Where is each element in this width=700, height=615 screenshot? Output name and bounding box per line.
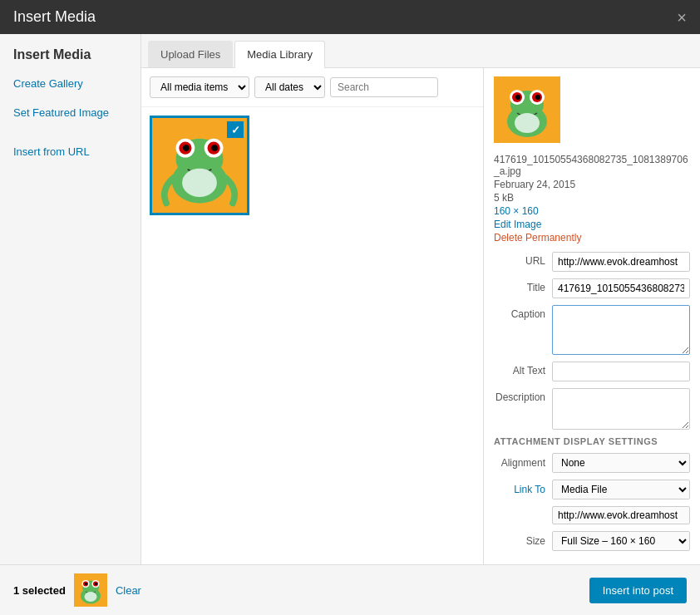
title-label: Title [494,278,552,293]
sidebar-title: Insert Media [0,47,140,72]
caption-label: Caption [494,305,552,320]
svg-point-7 [183,145,190,151]
sidebar-item-create-gallery[interactable]: Create Gallery [0,72,140,95]
search-input[interactable] [330,77,438,97]
link-to-label: Link To [494,484,552,495]
description-label: Description [494,388,552,403]
url-label: URL [494,252,552,267]
svg-point-29 [84,592,96,602]
insert-into-post-button[interactable]: Insert into post [589,578,687,603]
sidebar-item-set-featured-image[interactable]: Set Featured Image [0,101,140,124]
svg-point-18 [535,95,540,100]
media-area: All media items All dates [141,68,700,564]
url-input[interactable] [552,252,690,272]
detail-panel: 417619_1015055436808273​5_1081389706_a.j… [484,68,700,564]
delete-permanently-link[interactable]: Delete Permanently [494,232,690,244]
close-button[interactable]: × [677,9,687,26]
clear-selection-link[interactable]: Clear [116,584,141,597]
media-item[interactable]: ✓ [150,116,249,215]
filter-bar: All media items All dates [141,68,483,107]
selected-count: 1 selected [13,584,66,597]
alt-text-input[interactable] [552,362,690,381]
size-field-row: Size Full Size – 160 × 160 Medium Thumbn… [494,531,690,551]
insert-media-modal: Insert Media × Insert Media Create Galle… [0,0,700,615]
dates-filter[interactable]: All dates [254,76,325,98]
footer-selected-info: 1 selected Clear [13,573,141,607]
svg-point-27 [85,583,87,585]
main-content: Upload Files Media Library All media ite… [141,34,700,564]
media-grid: ✓ [150,116,475,215]
description-field-row: Description [494,388,690,430]
description-input[interactable] [552,388,690,430]
modal-title: Insert Media [13,8,96,26]
svg-point-8 [211,145,218,151]
alt-text-label: Alt Text [494,362,552,376]
svg-point-19 [515,113,540,133]
media-grid-container: ✓ [141,107,483,564]
title-input[interactable] [552,278,690,298]
caption-field-row: Caption [494,305,690,355]
tabs-bar: Upload Files Media Library [141,34,700,68]
tab-upload-files[interactable]: Upload Files [148,41,233,67]
modal-footer: 1 selected Clear Insert into post [0,564,700,615]
link-url-field-row [494,506,690,524]
footer-thumbnail [74,573,107,607]
caption-input[interactable] [552,305,690,355]
media-type-filter[interactable]: All media items [150,76,249,98]
svg-point-28 [95,583,97,585]
url-field-row: URL [494,252,690,272]
svg-point-17 [515,95,520,100]
link-to-select[interactable]: Media File Attachment Page Custom URL No… [552,480,690,499]
attachment-settings-label: ATTACHMENT DISPLAY SETTINGS [494,436,690,446]
edit-image-link[interactable]: Edit Image [494,219,690,230]
alt-text-field-row: Alt Text [494,362,690,381]
alignment-select[interactable]: None Left Center Right [552,453,690,473]
sidebar-item-insert-from-url[interactable]: Insert from URL [0,140,140,163]
grid-panel: All media items All dates [141,68,484,564]
modal-header: Insert Media × [0,0,700,34]
modal-body: Insert Media Create Gallery Set Featured… [0,34,700,564]
size-label: Size [494,535,552,547]
selected-check: ✓ [227,121,244,138]
detail-image-preview [494,76,690,145]
title-field-row: Title [494,278,690,298]
detail-date: February 24, 2015 [494,179,690,190]
detail-size: 5 kB [494,192,690,204]
detail-dimensions[interactable]: 160 × 160 [494,205,690,217]
svg-point-9 [182,169,217,197]
detail-filename: 417619_1015055436808273​5_1081389706_a.j… [494,154,690,177]
sidebar: Insert Media Create Gallery Set Featured… [0,34,141,564]
size-select[interactable]: Full Size – 160 × 160 Medium Thumbnail [552,531,690,551]
tab-media-library[interactable]: Media Library [234,41,325,68]
link-to-field-row: Link To Media File Attachment Page Custo… [494,480,690,499]
alignment-field-row: Alignment None Left Center Right [494,453,690,473]
alignment-label: Alignment [494,457,552,469]
link-url-input[interactable] [552,506,690,524]
